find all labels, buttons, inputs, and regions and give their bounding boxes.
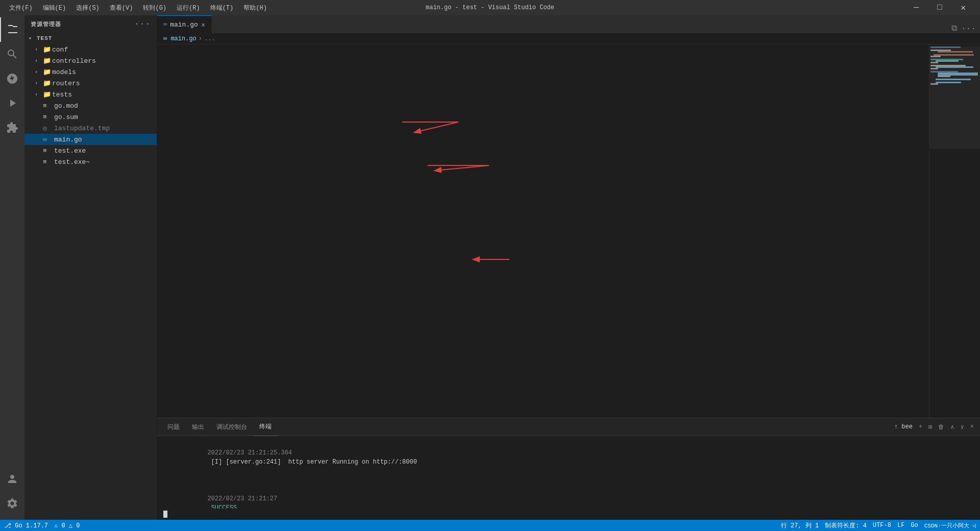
breadcrumb: ∞ main.go › ... xyxy=(157,33,980,44)
folder-arrow: › xyxy=(35,81,43,86)
tree-item-conf[interactable]: › 📁 conf xyxy=(24,44,157,55)
tree-item-lastupdate[interactable]: ◎ lastupdate.tmp xyxy=(24,123,157,134)
terminal-name-label: ↑ bee xyxy=(892,422,915,431)
menu-item-7[interactable]: 帮助(H) xyxy=(239,3,271,13)
cursor-position-status[interactable]: 行 27, 列 1 xyxy=(781,521,819,530)
menu-item-6[interactable]: 终端(T) xyxy=(206,3,238,13)
tree-item-gosum[interactable]: ≡ go.sum xyxy=(24,111,157,123)
folder-icon: 📁 xyxy=(43,57,52,65)
tree-item-label: tests xyxy=(52,91,157,99)
panel-tab-debug[interactable]: 调试控制台 xyxy=(210,418,253,436)
encoding-status[interactable]: UTF-8 xyxy=(873,522,891,529)
tab-close-button[interactable]: ✕ xyxy=(201,20,205,29)
editor-area: ∞ main.go ✕ ⧉ ··· ∞ main.go › ... xyxy=(157,15,980,520)
collapse-down-button[interactable]: ∨ xyxy=(959,422,966,432)
code-area[interactable] xyxy=(183,44,929,418)
tree-root[interactable]: ▾ TEST xyxy=(24,33,157,44)
file-icon: ≡ xyxy=(43,158,52,166)
expand-arrow: ▾ xyxy=(29,35,37,41)
tree-item-gomod[interactable]: ≡ go.mod xyxy=(24,100,157,111)
folder-icon: 📁 xyxy=(43,79,52,87)
menu-item-3[interactable]: 查看(V) xyxy=(106,3,137,13)
panel-tab-output[interactable]: 输出 xyxy=(186,418,210,436)
status-bar-left: ⎇ Go 1.17.7 ⚠ 0 △ 0 xyxy=(4,522,80,529)
tab-size-status[interactable]: 制表符长度: 4 xyxy=(825,521,867,530)
line-ending-status[interactable]: LF xyxy=(897,522,904,529)
tree-item-tests[interactable]: › 📁 tests xyxy=(24,89,157,100)
menu-bar[interactable]: 文件(F) 编辑(E) 选择(S) 查看(V) 转到(G) 运行(R) 终端(T… xyxy=(5,3,271,13)
account-icon[interactable] xyxy=(0,467,24,491)
folder-icon: 📁 xyxy=(43,45,52,54)
new-terminal-button[interactable]: + xyxy=(917,422,924,431)
error-warning-status[interactable]: ⚠ 0 △ 0 xyxy=(54,522,80,529)
editor-content[interactable] xyxy=(157,44,980,418)
sidebar-more-button[interactable]: ··· xyxy=(134,19,151,29)
menu-item-4[interactable]: 转到(G) xyxy=(139,3,170,13)
folder-arrow: › xyxy=(35,58,43,64)
explorer-icon[interactable] xyxy=(0,17,24,42)
terminal-input-line[interactable] xyxy=(157,509,980,520)
split-editor-button[interactable]: ⧉ xyxy=(951,23,957,33)
git-branch-status[interactable]: ⎇ Go 1.17.7 xyxy=(4,522,48,529)
split-terminal-button[interactable]: ⊞ xyxy=(926,422,934,432)
panel-tab-terminal[interactable]: 终端 xyxy=(253,418,278,436)
tree-item-label: conf xyxy=(52,46,157,54)
tree-item-testexe-tilde[interactable]: ≡ test.exe~ xyxy=(24,156,157,167)
tree-item-label: models xyxy=(52,68,157,76)
search-icon[interactable] xyxy=(0,42,24,66)
tab-maingo[interactable]: ∞ main.go ✕ xyxy=(157,15,212,33)
menu-item-1[interactable]: 编辑(E) xyxy=(39,3,70,13)
terminal-line: 2022/02/23 21:21:27 SUCCESS ▶0019 Built … xyxy=(163,485,974,509)
tree-item-testexe[interactable]: ≡ test.exe xyxy=(24,145,157,156)
tree-item-label: go.sum xyxy=(54,113,157,121)
collapse-up-button[interactable]: ∧ xyxy=(948,422,956,432)
user-status[interactable]: CSDN·一只小阿大 ◁ xyxy=(924,522,976,529)
minimap[interactable] xyxy=(929,44,980,418)
activity-bar xyxy=(0,15,24,520)
tree-item-controllers[interactable]: › 📁 controllers xyxy=(24,55,157,66)
more-actions-button[interactable]: ··· xyxy=(961,24,976,33)
delete-terminal-button[interactable]: 🗑 xyxy=(936,422,946,432)
terminal-line xyxy=(163,476,974,485)
breadcrumb-symbol[interactable]: ... xyxy=(204,35,215,42)
folder-icon: 📁 xyxy=(43,90,52,99)
menu-item-5[interactable]: 运行(R) xyxy=(173,3,204,13)
file-icon: ≡ xyxy=(43,147,52,155)
minimize-button[interactable]: — xyxy=(904,0,928,15)
panel-tab-problems[interactable]: 问题 xyxy=(161,418,186,436)
tree-item-label: controllers xyxy=(52,57,157,65)
sidebar-tree: ▾ TEST › 📁 conf › 📁 controllers › 📁 mode… xyxy=(24,33,157,167)
terminal-line: 2022/02/23 21:21:25.364 [I] [server.go:2… xyxy=(163,439,974,476)
timestamp: 2022/02/23 21:21:25.364 xyxy=(207,449,292,456)
tree-item-routers[interactable]: › 📁 routers xyxy=(24,78,157,89)
run-icon[interactable] xyxy=(0,91,24,115)
breadcrumb-separator: › xyxy=(199,35,202,42)
title-bar: 文件(F) 编辑(E) 选择(S) 查看(V) 转到(G) 运行(R) 终端(T… xyxy=(0,0,980,15)
breadcrumb-file[interactable]: ∞ main.go xyxy=(163,35,197,42)
main-layout: 资源管理器 ··· ▾ TEST › 📁 conf › 📁 controller… xyxy=(0,15,980,520)
extensions-icon[interactable] xyxy=(0,115,24,140)
window-controls[interactable]: — □ ✕ xyxy=(904,0,975,15)
window-title: main.go - test - Visual Studio Code xyxy=(426,4,554,11)
tab-label: main.go xyxy=(170,21,198,29)
status-bar: ⎇ Go 1.17.7 ⚠ 0 △ 0 行 27, 列 1 制表符长度: 4 U… xyxy=(0,520,980,531)
source-control-icon[interactable] xyxy=(0,66,24,91)
settings-icon[interactable] xyxy=(0,491,24,516)
tab-bar: ∞ main.go ✕ ⧉ ··· xyxy=(157,15,980,33)
tree-item-models[interactable]: › 📁 models xyxy=(24,66,157,78)
tree-item-label: go.mod xyxy=(54,102,157,110)
panel-right-controls: ↑ bee + ⊞ 🗑 ∧ ∨ × xyxy=(892,422,976,432)
close-button[interactable]: ✕ xyxy=(951,0,975,15)
tab-file-icon: ∞ xyxy=(163,21,167,28)
status-bar-right: 行 27, 列 1 制表符长度: 4 UTF-8 LF Go CSDN·一只小阿… xyxy=(781,521,976,530)
file-icon: ≡ xyxy=(43,113,52,121)
maximize-button[interactable]: □ xyxy=(928,0,951,15)
close-panel-button[interactable]: × xyxy=(968,422,976,431)
tree-item-label: lastupdate.tmp xyxy=(54,125,157,132)
tree-item-maingo[interactable]: ∞ main.go xyxy=(24,134,157,145)
tree-item-label: main.go xyxy=(54,136,157,143)
language-status[interactable]: Go xyxy=(911,522,918,529)
menu-item-0[interactable]: 文件(F) xyxy=(5,3,37,13)
terminal-content[interactable]: 2022/02/23 21:21:25.364 [I] [server.go:2… xyxy=(157,436,980,509)
menu-item-2[interactable]: 选择(S) xyxy=(72,3,104,13)
